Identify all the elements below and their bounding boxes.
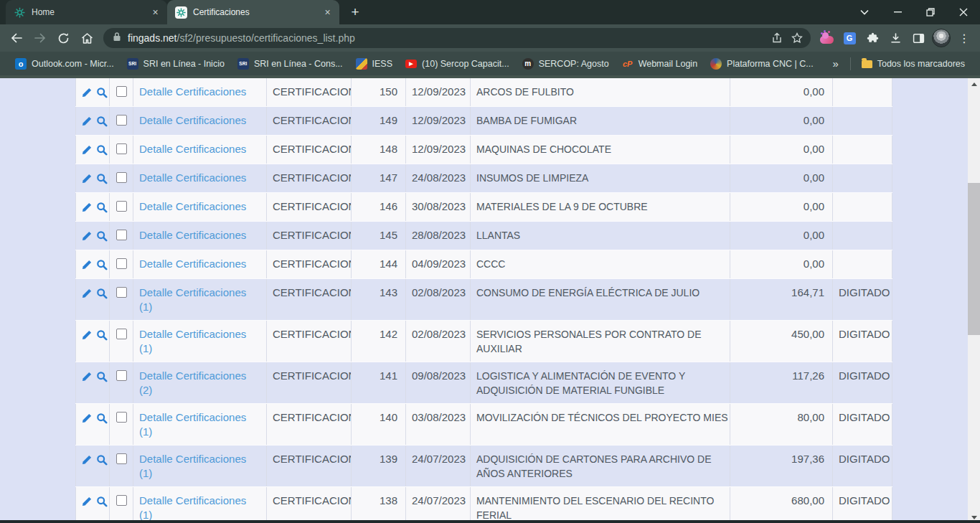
detail-link[interactable]: Detalle Certificaciones (1)	[133, 446, 267, 487]
detail-link[interactable]: Detalle Certificaciones (1)	[133, 487, 267, 523]
row-checkbox[interactable]	[116, 329, 127, 339]
detail-link[interactable]: Detalle Certificaciones	[133, 164, 267, 193]
translate-extension-icon[interactable]: G	[838, 27, 861, 50]
view-magnifier-icon[interactable]	[96, 202, 108, 213]
status-cell: DIGITADO	[833, 321, 892, 362]
edit-pencil-icon[interactable]	[81, 144, 93, 156]
minimize-button[interactable]	[881, 0, 914, 24]
tab-search-chevron-icon[interactable]	[848, 0, 881, 24]
close-window-button[interactable]	[947, 0, 980, 24]
row-checkbox[interactable]	[116, 172, 127, 183]
date-cell: 02/08/2023	[406, 279, 471, 321]
detail-link[interactable]: Detalle Certificaciones (1)	[133, 279, 267, 321]
browser-toolbar: fingads.net/sf2/presupuesto/certificacio…	[0, 24, 980, 52]
side-panel-icon[interactable]	[907, 27, 930, 50]
view-magnifier-icon[interactable]	[96, 371, 108, 382]
row-checkbox[interactable]	[116, 143, 127, 154]
detail-link[interactable]: Detalle Certificaciones	[133, 250, 267, 279]
edit-pencil-icon[interactable]	[81, 202, 93, 213]
view-magnifier-icon[interactable]	[96, 116, 108, 127]
detail-link[interactable]: Detalle Certificaciones	[133, 193, 267, 222]
all-bookmarks-button[interactable]: Todos los marcadores	[855, 55, 971, 73]
view-magnifier-icon[interactable]	[96, 288, 108, 299]
edit-pencil-icon[interactable]	[81, 454, 93, 466]
edit-pencil-icon[interactable]	[81, 87, 93, 98]
row-checkbox[interactable]	[116, 86, 127, 97]
view-magnifier-icon[interactable]	[96, 87, 108, 98]
scrollbar-thumb[interactable]	[968, 183, 980, 335]
row-checkbox[interactable]	[116, 370, 127, 381]
tab-close-icon[interactable]: ×	[321, 6, 334, 19]
all-bookmarks-label: Todos los marcadores	[877, 59, 965, 69]
bookmark-item[interactable]: IESS	[349, 55, 400, 73]
row-checkbox[interactable]	[116, 495, 127, 506]
browser-menu-kebab-icon[interactable]: ⋮	[953, 27, 976, 50]
view-magnifier-icon[interactable]	[96, 144, 108, 156]
share-icon[interactable]	[767, 28, 787, 48]
bookmark-item[interactable]: ▶ (10) Sercop Capacit...	[399, 55, 516, 73]
back-icon[interactable]	[4, 27, 28, 50]
view-magnifier-icon[interactable]	[96, 259, 108, 270]
profile-avatar[interactable]	[930, 27, 953, 50]
row-checkbox[interactable]	[116, 287, 127, 298]
view-magnifier-icon[interactable]	[96, 329, 108, 341]
extensions-puzzle-icon[interactable]	[861, 27, 884, 50]
view-magnifier-icon[interactable]	[96, 413, 108, 424]
edit-pencil-icon[interactable]	[81, 230, 93, 242]
view-magnifier-icon[interactable]	[96, 496, 108, 507]
tab-close-icon[interactable]: ×	[149, 6, 161, 19]
date-cell: 04/09/2023	[406, 250, 471, 279]
detail-link[interactable]: Detalle Certificaciones (1)	[133, 404, 267, 446]
detail-link[interactable]: Detalle Certificaciones	[133, 222, 267, 250]
row-checkbox[interactable]	[116, 115, 127, 126]
address-bar[interactable]: fingads.net/sf2/presupuesto/certificacio…	[103, 28, 811, 48]
edit-pencil-icon[interactable]	[81, 329, 93, 341]
downloads-icon[interactable]	[884, 27, 907, 50]
amount-cell: 117,26	[730, 362, 833, 404]
edit-pencil-icon[interactable]	[81, 413, 93, 424]
row-checkbox-cell	[110, 250, 133, 279]
bookmark-item[interactable]: SRI SRI en Línea - Inicio	[121, 55, 231, 73]
tab-certificaciones[interactable]: Certificaciones ×	[167, 0, 339, 24]
edit-pencil-icon[interactable]	[81, 496, 93, 507]
edit-pencil-icon[interactable]	[81, 173, 93, 184]
view-magnifier-icon[interactable]	[96, 454, 108, 466]
bookmarks-overflow-chevron[interactable]: »	[825, 57, 845, 70]
lock-icon	[113, 32, 121, 44]
detail-link[interactable]: Detalle Certificaciones	[133, 107, 267, 136]
scrollbar-up-arrow[interactable]	[968, 78, 980, 90]
bookmark-item[interactable]: cP Webmail Login	[616, 55, 704, 73]
detail-link[interactable]: Detalle Certificaciones (2)	[133, 362, 267, 404]
type-cell: CERTIFICACION	[267, 487, 352, 523]
row-checkbox[interactable]	[116, 258, 127, 269]
detail-link[interactable]: Detalle Certificaciones	[133, 78, 267, 107]
new-tab-button[interactable]: +	[345, 2, 365, 22]
edit-pencil-icon[interactable]	[81, 259, 93, 270]
row-actions-cell	[76, 136, 110, 164]
view-magnifier-icon[interactable]	[96, 173, 108, 184]
view-magnifier-icon[interactable]	[96, 230, 108, 242]
bookmark-star-icon[interactable]	[787, 28, 807, 48]
bookmark-item[interactable]: o Outlook.com - Micr...	[9, 55, 121, 73]
bookmark-item[interactable]: SRI SRI en Línea - Cons...	[231, 55, 349, 73]
bookmark-favicon: ▶	[405, 60, 417, 68]
row-checkbox[interactable]	[116, 412, 127, 423]
weather-extension-icon[interactable]	[815, 27, 838, 50]
detail-link[interactable]: Detalle Certificaciones	[133, 136, 267, 164]
row-checkbox[interactable]	[116, 230, 127, 240]
home-icon[interactable]	[75, 27, 99, 50]
bookmark-favicon: SRI	[237, 58, 249, 70]
bookmark-item[interactable]: m SERCOP: Agosto	[516, 55, 616, 73]
restore-button[interactable]	[914, 0, 947, 24]
row-checkbox[interactable]	[116, 201, 127, 212]
reload-icon[interactable]	[52, 27, 75, 50]
forward-icon[interactable]	[28, 27, 52, 50]
edit-pencil-icon[interactable]	[81, 371, 93, 382]
detail-link[interactable]: Detalle Certificaciones (1)	[133, 321, 267, 362]
tab-home[interactable]: Home ×	[6, 0, 167, 24]
edit-pencil-icon[interactable]	[81, 288, 93, 299]
vertical-scrollbar[interactable]	[968, 78, 980, 523]
row-checkbox[interactable]	[116, 453, 127, 464]
edit-pencil-icon[interactable]	[81, 116, 93, 127]
bookmark-item[interactable]: Plataforma CNC | C...	[704, 55, 820, 73]
